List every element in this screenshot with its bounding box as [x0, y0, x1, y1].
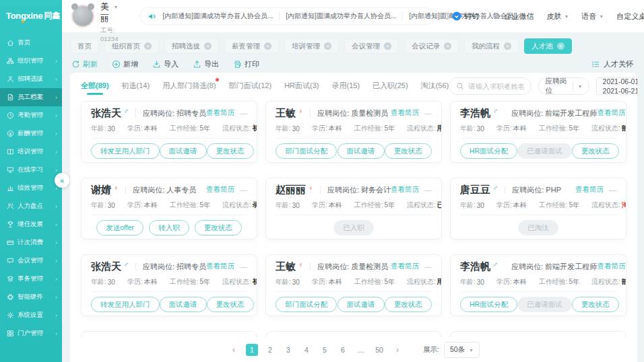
sidebar-item-8[interactable]: 绩效管理› [0, 179, 62, 197]
tab-8[interactable]: 人才池× [524, 38, 572, 54]
notification-item[interactable]: [内部通知]圆满成功举办首人协会员... [162, 11, 273, 21]
status-filter-tab-7[interactable]: 淘汰(56) [421, 76, 449, 97]
page-button-3[interactable]: 3 [282, 344, 294, 356]
more-icon[interactable]: — [240, 109, 247, 117]
tab-6[interactable]: 会议记录× [404, 38, 459, 54]
tab-4[interactable]: 培训管理× [284, 38, 339, 54]
sidebar-item-1[interactable]: 组织管理› [0, 52, 62, 70]
sidebar-item-15[interactable]: 系统设置› [0, 306, 62, 324]
card-action-button[interactable]: 部门面试分配 [276, 297, 337, 312]
more-icon[interactable]: — [240, 186, 247, 194]
header-action-4[interactable]: 自定义桌面▼ [616, 11, 644, 22]
status-filter-tab-1[interactable]: 初选(14) [122, 76, 150, 97]
close-icon[interactable]: × [144, 42, 152, 50]
card-action-button[interactable]: 更改状态 [207, 143, 254, 159]
page-button-50[interactable]: 50 [373, 344, 385, 356]
header-action-3[interactable]: 语音▼ [581, 11, 604, 22]
view-resume-link[interactable]: 查看简历 [206, 185, 234, 194]
card-action-button[interactable]: 更改状态 [572, 143, 619, 159]
status-filter-tab-4[interactable]: HR面试(3) [284, 76, 319, 97]
notification-item[interactable]: [内部通知]圆满成功举办首人协会员... [286, 11, 396, 21]
close-icon[interactable]: × [557, 42, 565, 50]
toolbar-action-4[interactable]: 打印 [233, 59, 259, 69]
view-resume-link[interactable]: 查看简历 [206, 262, 234, 271]
card-action-button[interactable]: 部门面试分配 [276, 143, 337, 159]
page-button-6[interactable]: 6 [337, 344, 349, 356]
sidebar-item-10[interactable]: 继任发展› [0, 215, 62, 233]
sidebar-item-16[interactable]: 门户管理› [0, 324, 62, 342]
tab-0[interactable]: 首页 [70, 38, 99, 54]
card-action-button[interactable]: 更改状态 [207, 297, 254, 312]
sidebar-item-13[interactable]: 事务管理› [0, 270, 62, 288]
tab-2[interactable]: 招聘选拔× [164, 38, 219, 54]
close-icon[interactable]: × [204, 42, 212, 50]
talent-care-button[interactable]: 人才关怀 [591, 59, 633, 69]
tab-7[interactable]: 我的流程× [464, 38, 519, 54]
header-action-1[interactable]: 企业微信 [492, 11, 534, 22]
card-action-button[interactable]: 转发至用人部门 [91, 143, 160, 159]
more-icon[interactable]: — [240, 262, 247, 270]
card-action-button[interactable]: 更改状态 [195, 220, 242, 236]
sidebar-collapse-button[interactable]: « [55, 173, 69, 188]
status-filter-tab-6[interactable]: 已入职(25) [373, 76, 408, 97]
more-icon[interactable]: — [424, 186, 432, 194]
view-resume-link[interactable]: 查看简历 [575, 185, 604, 194]
card-action-button[interactable]: 发送offer [96, 220, 143, 236]
close-icon[interactable]: × [504, 42, 511, 50]
sidebar-item-2[interactable]: 招聘选拔› [0, 70, 62, 88]
next-page-button[interactable]: › [391, 344, 404, 356]
view-resume-link[interactable]: 查看简历 [597, 108, 625, 118]
card-action-button[interactable]: HR面试分配 [460, 143, 517, 159]
card-action-button[interactable]: 面试邀请 [337, 297, 385, 312]
card-action-button[interactable]: HR面试分配 [460, 297, 517, 312]
view-resume-link[interactable]: 查看简历 [391, 108, 419, 118]
toolbar-action-3[interactable]: 导出 [193, 59, 219, 69]
close-icon[interactable]: × [384, 42, 391, 50]
page-button-1[interactable]: 1 [246, 344, 258, 356]
sidebar-item-4[interactable]: 考勤管理› [0, 106, 62, 124]
date-range-picker[interactable]: 2021-06-01至2021-06-21 [596, 77, 637, 95]
status-filter-tab-2[interactable]: 用人部门筛选(8) [162, 76, 216, 97]
header-action-2[interactable]: 皮肤▼ [546, 11, 569, 22]
toolbar-action-2[interactable]: 导入 [152, 59, 179, 69]
status-filter-tab-3[interactable]: 部门面试(12) [229, 76, 272, 97]
position-filter-select[interactable]: 应聘岗位 ▼ [538, 77, 589, 95]
card-action-button[interactable]: 更改状态 [572, 297, 619, 312]
status-filter-tab-0[interactable]: 全部(89) [81, 76, 109, 97]
card-action-button[interactable]: 面试邀请 [337, 143, 385, 159]
more-icon[interactable]: — [424, 262, 432, 270]
notice-refresh-icon[interactable] [443, 11, 452, 21]
more-icon[interactable]: — [424, 109, 432, 117]
search-input[interactable] [468, 82, 524, 90]
close-icon[interactable]: × [444, 42, 451, 50]
user-menu[interactable]: 王美丽 ▼ [100, 0, 118, 24]
sidebar-item-9[interactable]: 人力盘点› [0, 197, 62, 215]
card-action-button[interactable]: 面试邀请 [160, 143, 207, 159]
view-resume-link[interactable]: 查看简历 [391, 185, 419, 194]
close-icon[interactable]: × [264, 42, 271, 50]
prev-page-button[interactable]: ‹ [228, 344, 240, 356]
tab-5[interactable]: 会议管理× [344, 38, 399, 54]
toolbar-action-1[interactable]: 新增 [112, 59, 138, 69]
sidebar-item-5[interactable]: 薪酬管理› [0, 124, 62, 143]
close-icon[interactable]: × [324, 42, 331, 50]
sidebar-item-11[interactable]: 计次消费› [0, 233, 62, 252]
tab-3[interactable]: 薪资管理× [224, 38, 279, 54]
sidebar-item-0[interactable]: 首页 [0, 34, 62, 52]
view-resume-link[interactable]: 查看简历 [391, 262, 419, 271]
sidebar-item-12[interactable]: 会议管理› [0, 252, 62, 270]
sidebar-item-3[interactable]: 员工档案› [0, 88, 62, 106]
status-filter-tab-5[interactable]: 录用(15) [331, 76, 360, 97]
view-resume-link[interactable]: 查看简历 [206, 108, 234, 118]
toolbar-action-0[interactable]: 刷新 [71, 59, 98, 69]
card-action-button[interactable]: 更改状态 [385, 143, 432, 159]
view-resume-link[interactable]: 查看简历 [597, 262, 625, 271]
page-button-5[interactable]: 5 [319, 344, 331, 356]
card-action-button[interactable]: 转入职 [149, 220, 189, 236]
page-size-select[interactable]: 50条 ▼ [444, 342, 480, 358]
card-action-button[interactable]: 面试邀请 [160, 297, 207, 312]
card-action-button[interactable]: 转发至用人部门 [91, 297, 160, 312]
page-button-4[interactable]: 4 [300, 344, 313, 356]
sidebar-item-7[interactable]: 在线学习› [0, 161, 62, 179]
sidebar-item-6[interactable]: 培训管理› [0, 143, 62, 161]
